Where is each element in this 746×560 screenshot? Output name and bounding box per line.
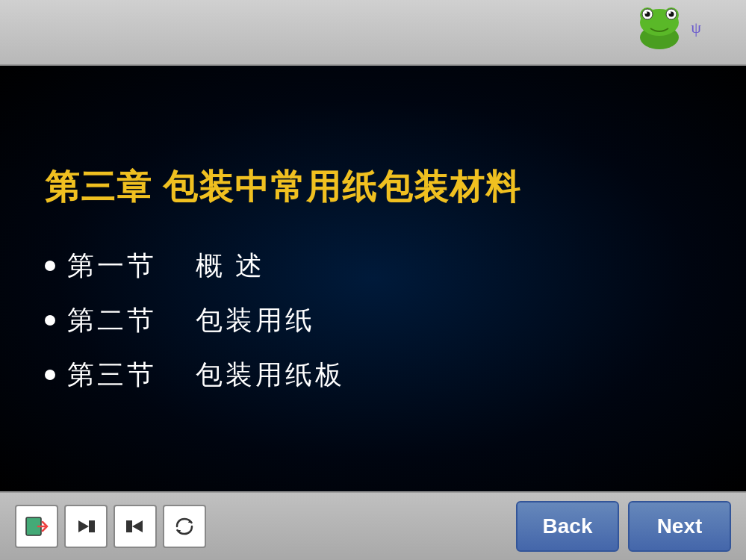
bullet-icon [45,261,55,271]
frog-icon [637,6,682,49]
prev-start-icon [123,514,147,538]
section-list: 第一节 概 述 第二节 包装用纸 第三节 包装用纸板 [45,248,701,393]
next-end-icon [74,514,98,538]
section-2-text: 第二节 包装用纸 [67,302,315,339]
list-item: 第二节 包装用纸 [45,302,701,339]
top-bar: ψ [0,0,746,66]
right-nav-group: Back Next [516,501,731,552]
bullet-icon [45,315,55,326]
exit-icon [25,514,49,538]
back-button[interactable]: Back [516,501,619,552]
svg-point-9 [669,12,671,14]
next-button[interactable]: Next [628,501,731,552]
left-nav-group [15,505,206,548]
bottom-bar: Back Next [0,491,746,560]
section-1-text: 第一节 概 述 [67,248,265,284]
section-3-text: 第三节 包装用纸板 [67,357,345,393]
bullet-icon [45,370,55,380]
chapter-title: 第三章 包装中常用纸包装材料 [45,164,701,211]
next-end-button[interactable] [64,505,108,548]
butterfly-icon: ψ [691,18,701,37]
prev-start-button[interactable] [114,505,157,548]
exit-button[interactable] [15,505,58,548]
main-content: 第三章 包装中常用纸包装材料 第一节 概 述 第二节 包装用纸 第三节 包装用纸… [0,66,746,491]
refresh-icon [172,514,196,538]
svg-point-8 [645,12,647,14]
list-item: 第一节 概 述 [45,248,701,284]
refresh-button[interactable] [163,505,206,548]
frog-mascot-container: ψ [637,6,701,49]
list-item: 第三节 包装用纸板 [45,357,701,393]
